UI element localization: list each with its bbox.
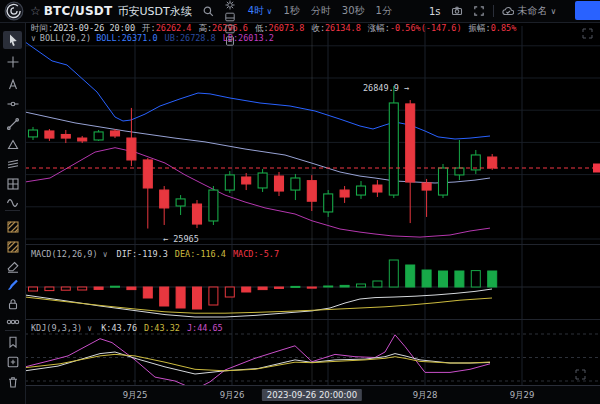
symbol-title[interactable]: BTC/USDT	[44, 4, 113, 18]
macd-histogram-bar	[307, 287, 316, 288]
boll-collapse-icon[interactable]: ∨	[31, 34, 36, 43]
info-label: 振幅:	[469, 23, 491, 33]
search-icon[interactable]	[202, 5, 214, 17]
bookmark-icon	[6, 335, 20, 349]
favorite-star-icon[interactable]: ☆	[30, 5, 41, 17]
snapshot-icon	[6, 355, 20, 369]
pattern-brush-1-icon	[6, 220, 20, 234]
triangle-tool[interactable]	[3, 135, 22, 153]
parallel-lines-tool[interactable]	[3, 155, 22, 173]
chevron-down-icon[interactable]: ∨	[551, 7, 557, 16]
candle-body	[373, 185, 382, 192]
time-tick: 9月28	[413, 390, 438, 402]
timeframe-分时[interactable]: 分时	[311, 4, 331, 18]
eraser-tool[interactable]	[3, 258, 22, 276]
kdj-value: D:43.32	[144, 323, 180, 333]
elliott-wave-tool[interactable]	[3, 193, 22, 211]
macd-histogram-bar	[45, 287, 54, 291]
object-group-tool[interactable]	[3, 313, 22, 331]
timeframe-1秒[interactable]: 1秒	[283, 4, 299, 18]
kdj-legend: KDJ(9,3,3) ∨ K:43.76D:43.32J:44.65	[31, 323, 230, 334]
kdj-name[interactable]: KDJ(9,3,3)	[31, 323, 87, 333]
candle-body	[94, 132, 103, 140]
boll-name[interactable]: BOLL(20,2)	[40, 33, 96, 43]
gann-grid-tool[interactable]	[3, 175, 22, 193]
ohlc-info-bar: 时间:2023-09-26 20:00开:26262.4高:26296.6低:2…	[31, 23, 523, 33]
macd-collapse-icon[interactable]: ∨	[103, 250, 108, 259]
boll-middle-band	[25, 112, 490, 183]
snapshot-tool[interactable]	[3, 353, 22, 371]
notes-icon[interactable]	[224, 35, 236, 47]
pointer-tool[interactable]	[3, 31, 22, 49]
panel-bottom-icon[interactable]	[224, 11, 236, 23]
timeframe-1分[interactable]: 1分	[376, 4, 392, 18]
candle-body	[422, 183, 431, 190]
paint-brush-tool[interactable]	[3, 276, 22, 294]
candle-body	[340, 190, 349, 197]
macd-histogram-bar	[160, 287, 169, 306]
pattern-brush-1-tool[interactable]	[3, 218, 22, 236]
pane-expand-icon[interactable]	[583, 29, 592, 38]
time-tick: 9月29	[510, 390, 535, 402]
corner-blue-button[interactable]	[575, 1, 600, 20]
macd-histogram-bar	[291, 286, 300, 287]
crosshair-icon	[6, 55, 20, 69]
timeframe-4时[interactable]: 4时 ∨	[248, 4, 273, 18]
info-label: 时间:	[31, 23, 53, 33]
candle-body	[455, 168, 464, 175]
kdj-collapse-icon[interactable]: ∨	[87, 324, 92, 333]
info-label: 高:	[198, 23, 212, 33]
pane-expand-icon[interactable]	[576, 370, 585, 379]
paint-brush-icon	[6, 278, 20, 292]
price-annotation: 26849.9 →	[363, 83, 409, 93]
layout-name-label[interactable]: 未命名	[518, 4, 548, 18]
trash-icon	[6, 375, 20, 389]
pattern-brush-2-tool[interactable]	[3, 238, 22, 256]
camera-icon[interactable]	[451, 5, 463, 17]
replay-speed-label[interactable]: 1s	[429, 6, 441, 17]
parallel-lines-icon	[6, 157, 20, 171]
chart-canvas[interactable]: 26849.9 →← 25965	[0, 0, 600, 404]
candle-body	[29, 130, 38, 137]
trading-app: 26849.9 →← 25965 ☆ BTC/USDT 币安USDT永续 4时 …	[0, 0, 600, 404]
lock-icon	[6, 297, 20, 311]
macd-histogram-bar	[111, 286, 120, 287]
pointer-icon	[6, 33, 20, 47]
lock-tool[interactable]	[3, 295, 22, 313]
candle-body	[111, 131, 120, 136]
panel-export-icon[interactable]	[224, 23, 236, 35]
horizontal-line-tool[interactable]	[3, 95, 22, 113]
boll-lower-band	[25, 148, 490, 237]
macd-histogram-bar	[357, 284, 366, 287]
drawing-toolbar	[0, 22, 26, 404]
fullscreen-icon[interactable]	[473, 5, 485, 17]
info-value: 26134.8	[325, 23, 361, 33]
candle-body	[291, 178, 300, 190]
text-icon	[6, 77, 20, 91]
price-annotation: ← 25965	[163, 234, 199, 244]
candle-body	[193, 204, 202, 224]
bookmark-tool[interactable]	[3, 333, 22, 351]
info-label: 收:	[311, 23, 325, 33]
time-axis[interactable]: 9月259月269月289月292023-09-26 20:00:00	[25, 385, 600, 404]
trash-tool[interactable]	[3, 373, 22, 391]
text-tool[interactable]	[3, 75, 22, 93]
macd-histogram-bar	[78, 287, 87, 290]
candle-body	[225, 175, 234, 190]
candle-body	[357, 186, 366, 195]
info-label: 涨幅:	[368, 23, 390, 33]
toolbar-divider	[5, 330, 20, 331]
crosshair-tool[interactable]	[3, 53, 22, 71]
settings-gear-icon[interactable]	[224, 0, 236, 11]
timeframe-30秒[interactable]: 30秒	[342, 4, 365, 18]
object-group-icon	[6, 315, 20, 329]
macd-histogram-bar	[258, 287, 267, 290]
boll-value: BOLL:26371.0	[96, 33, 157, 43]
macd-histogram-bar	[29, 287, 38, 291]
macd-name[interactable]: MACD(12,26,9)	[31, 249, 103, 259]
cloud-save-icon[interactable]	[502, 5, 514, 17]
info-value: 0.85%	[491, 23, 517, 33]
chevron-down-icon: ∨	[264, 7, 272, 16]
trend-line-tool[interactable]	[3, 115, 22, 133]
kdj-j-line	[25, 335, 490, 390]
